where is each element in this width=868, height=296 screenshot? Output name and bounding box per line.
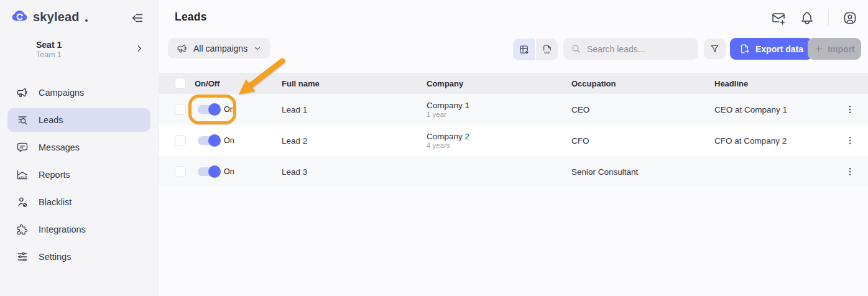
company-cell: Company 1 1 year (418, 101, 563, 119)
occupation-cell: Senior Consultant (563, 167, 706, 177)
company-tenure: 1 year (427, 110, 563, 119)
sidebar: skylead Seat 1 Team 1 (0, 0, 159, 296)
toggle-knob (208, 134, 221, 147)
on-off-toggle[interactable] (198, 167, 219, 176)
sidebar-item-settings[interactable]: Settings (7, 245, 150, 269)
file-export-icon (739, 44, 750, 54)
import-label: Import (828, 44, 855, 54)
column-header-company: Company (418, 79, 563, 88)
full-name-cell: Lead 2 (274, 136, 418, 146)
main-content: Leads (159, 0, 868, 296)
mail-plus-icon[interactable] (771, 11, 786, 25)
skylead-app: skylead Seat 1 Team 1 (0, 0, 868, 296)
sidebar-item-label: Messages (39, 142, 80, 152)
column-header-occupation: Occupation (563, 79, 706, 88)
row-menu-kebab-icon[interactable] (844, 134, 856, 147)
campaign-filter-label: All campaigns (193, 44, 247, 53)
header-actions (771, 10, 857, 26)
full-name-cell: Lead 1 (274, 105, 418, 114)
column-header-fullname: Full name (274, 79, 418, 88)
sidebar-item-blacklist[interactable]: Blacklist (7, 190, 150, 214)
sidebar-item-label: Blacklist (39, 197, 72, 207)
on-off-toggle[interactable] (198, 105, 219, 114)
sidebar-item-label: Leads (39, 115, 63, 125)
seat-title: Seat 1 (36, 40, 62, 50)
header-divider (828, 10, 829, 26)
sidebar-item-label: Integrations (39, 224, 86, 234)
chevron-down-icon (253, 44, 262, 53)
view-toggle: csv (513, 39, 558, 60)
sidebar-item-leads[interactable]: Leads (7, 108, 150, 132)
full-name-cell: Lead 3 (274, 167, 418, 177)
row-checkbox[interactable] (175, 135, 186, 146)
select-all-checkbox[interactable] (175, 78, 186, 89)
sidebar-item-label: Settings (39, 252, 71, 262)
sidebar-item-label: Reports (39, 170, 70, 180)
company-cell: Company 2 4 years (418, 132, 563, 150)
message-icon (16, 141, 29, 154)
leads-table: On/Off Full name Company Occupation Head… (159, 73, 868, 187)
row-menu-kebab-icon[interactable] (844, 103, 856, 116)
table-row: On Lead 2 Company 2 4 years CFO CFO at C… (159, 125, 868, 156)
filter-button[interactable] (704, 39, 726, 59)
on-off-toggle[interactable] (198, 136, 219, 145)
puzzle-icon (16, 223, 29, 236)
search-bar (563, 38, 698, 60)
brand-dot (85, 19, 88, 22)
page-title: Leads (175, 11, 207, 24)
toggle-label: On (224, 167, 234, 176)
megaphone-icon (16, 86, 29, 99)
toggle-knob (208, 103, 221, 116)
sidebar-menu: Campaigns Leads Messages (7, 77, 150, 272)
search-icon (571, 44, 581, 54)
row-menu-kebab-icon[interactable] (844, 165, 856, 178)
toggle-label: On (224, 136, 234, 145)
toggle-label: On (224, 105, 234, 114)
chart-icon (16, 169, 29, 181)
megaphone-icon (177, 43, 188, 54)
sidebar-item-label: Campaigns (39, 88, 84, 98)
list-search-icon (16, 114, 29, 126)
search-input[interactable] (587, 38, 694, 60)
seat-subtitle: Team 1 (36, 50, 62, 59)
sidebar-item-reports[interactable]: Reports (7, 163, 150, 187)
table-row: On Lead 3 Senior Consultant (159, 156, 868, 187)
column-header-onoff: On/Off (187, 79, 274, 88)
sliders-icon (16, 251, 29, 263)
collapse-sidebar-icon[interactable] (129, 10, 145, 26)
user-avatar-icon[interactable] (843, 11, 857, 25)
occupation-cell: CFO (563, 136, 706, 146)
brand-name: skylead (33, 9, 80, 25)
table-header-row: On/Off Full name Company Occupation Head… (159, 73, 868, 94)
brand: skylead (11, 8, 88, 25)
export-data-button[interactable]: Export data (730, 38, 813, 60)
csv-view-button[interactable]: csv (536, 39, 558, 60)
occupation-cell: CEO (563, 105, 706, 114)
sidebar-item-messages[interactable]: Messages (7, 136, 150, 159)
toggle-knob (208, 165, 221, 178)
campaign-filter-dropdown[interactable]: All campaigns (168, 38, 270, 58)
bell-icon[interactable] (800, 11, 815, 25)
user-block-icon (16, 196, 29, 208)
export-data-label: Export data (755, 44, 803, 54)
sidebar-item-integrations[interactable]: Integrations (7, 218, 150, 241)
sidebar-item-campaigns[interactable]: Campaigns (7, 81, 150, 104)
cloud-logo-icon (11, 8, 28, 25)
plus-icon (814, 44, 823, 53)
row-checkbox[interactable] (175, 166, 186, 177)
table-settings-view-button[interactable] (513, 39, 535, 60)
seat-selector[interactable]: Seat 1 Team 1 (0, 39, 159, 63)
chevron-right-icon (135, 44, 144, 53)
svg-text:csv: csv (544, 50, 550, 54)
company-tenure: 4 years (427, 141, 563, 150)
row-checkbox[interactable] (175, 104, 186, 115)
column-header-headline: Headline (706, 79, 843, 88)
headline-cell: CFO at Company 2 (706, 136, 843, 146)
table-row: On Lead 1 Company 1 1 year CEO CEO at Co… (159, 94, 868, 125)
headline-cell: CEO at Company 1 (706, 105, 843, 114)
funnel-icon (709, 44, 720, 54)
import-button[interactable]: Import (808, 38, 861, 60)
